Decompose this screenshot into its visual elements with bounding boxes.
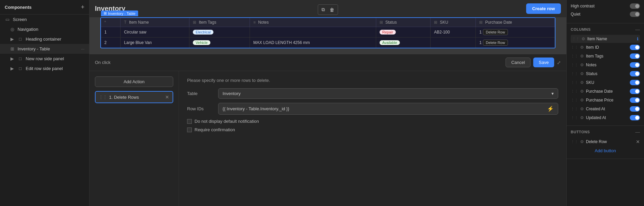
button-item-label: Delete Row <box>586 139 634 144</box>
cell-sku <box>431 38 476 48</box>
drag-handle-icon: ⋮⋮ <box>571 140 578 144</box>
column-item-item-id[interactable]: ⋮⋮ ⚙ Item ID <box>571 43 640 52</box>
sidebar-item-edit-row-panel[interactable]: ▶ □ Edit row side panel <box>0 64 89 73</box>
require-confirmation-checkbox[interactable] <box>187 128 192 132</box>
button-item-delete-row[interactable]: ⋮⋮ ⚙ Delete Row ✕ <box>571 137 640 146</box>
config-rowids-label: Row IDs <box>187 106 214 111</box>
expand-button[interactable]: ⤢ <box>557 58 561 67</box>
gear-icon[interactable]: ⚙ <box>580 115 584 120</box>
column-item-purchase-price[interactable]: ⋮⋮ ⚙ Purchase Price <box>571 96 640 105</box>
sidebar-item-label: Heading container <box>26 37 84 42</box>
sidebar-item-navigation[interactable]: ◎ Navigation <box>0 24 89 34</box>
column-item-notes[interactable]: ⋮⋮ ⚙ Notes <box>571 61 640 69</box>
gear-icon[interactable]: ⚙ <box>580 54 584 59</box>
high-contrast-row: High contrast <box>571 3 640 9</box>
column-toggle-purchase-date[interactable] <box>630 89 640 94</box>
cell-itemname: Circular saw <box>121 27 189 38</box>
action-panel-body: Add Action ⋮⋮ 1. Delete Rows ✕ Please sp… <box>89 71 566 206</box>
gear-icon[interactable]: ⚙ <box>580 71 584 76</box>
cell-notes: MAX LOAD LENGTH 4256 mm <box>250 38 376 48</box>
column-item-item-name[interactable]: ⋮⋮ ⚙ Item Name ℹ <box>571 35 640 43</box>
add-button-button[interactable]: Add button <box>571 146 640 155</box>
panel-icon: □ <box>18 66 23 71</box>
sidebar-item-new-row-panel[interactable]: ▶ □ New row side panel <box>0 54 89 64</box>
more-options-icon[interactable]: ··· <box>81 47 84 51</box>
column-toggle-created-at[interactable] <box>630 106 640 112</box>
cancel-button[interactable]: Cancel <box>506 58 531 67</box>
right-top-section: High contrast Quiet <box>567 0 644 23</box>
config-table-row: Table Inventory ▾ <box>187 88 558 99</box>
create-row-button[interactable]: Create row <box>526 3 561 14</box>
column-item-item-tags[interactable]: ⋮⋮ ⚙ Item Tags <box>571 52 640 61</box>
container-icon: □ <box>18 37 23 42</box>
cell-notes <box>250 27 376 38</box>
save-button[interactable]: Save <box>533 58 554 67</box>
sidebar-item-label: Screen <box>13 17 84 22</box>
column-toggle-item-id[interactable] <box>630 45 640 50</box>
gear-icon[interactable]: ⚙ <box>580 80 584 85</box>
cell-rownum: 2 <box>101 38 121 48</box>
column-item-created-at[interactable]: ⋮⋮ ⚙ Created At <box>571 105 640 113</box>
config-rowids-input[interactable]: {{ Inventory - Table.Inventory._id }} ⚡ <box>218 103 558 115</box>
buttons-collapse-button[interactable]: — <box>635 129 640 135</box>
column-toggle-notes[interactable] <box>630 62 640 68</box>
column-item-status[interactable]: ⋮⋮ ⚙ Status <box>571 69 640 78</box>
cell-status: Available <box>376 38 431 48</box>
action-top-right: Cancel Save ⤢ <box>506 58 561 67</box>
action-item-close-button[interactable]: ✕ <box>165 94 169 100</box>
columns-collapse-button[interactable]: — <box>635 27 640 32</box>
column-toggle-status[interactable] <box>630 71 640 76</box>
col-header-status: ⊞ Status <box>376 18 431 27</box>
column-toggle-item-tags[interactable] <box>630 53 640 59</box>
info-icon[interactable]: ℹ <box>637 37 639 41</box>
gear-icon[interactable]: ⚙ <box>580 139 584 144</box>
column-toggle-purchase-price[interactable] <box>630 97 640 103</box>
table-tag: ⊞ Inventory - Table <box>101 10 138 16</box>
config-table-select[interactable]: Inventory ▾ <box>218 88 558 99</box>
expand-icon: ▶ <box>9 37 15 42</box>
sidebar-item-inventory-table[interactable]: ⊞ Inventory - Table ··· <box>0 44 89 54</box>
screen-icon: ▭ <box>5 17 10 22</box>
gear-icon[interactable]: ⚙ <box>580 89 584 94</box>
main-content: Inventory Create row ⧉ 🗑 ⊞ Inventory - T… <box>89 0 566 206</box>
gear-icon[interactable]: ⚙ <box>580 107 584 111</box>
column-label: Created At <box>586 107 628 111</box>
cell-purchasedate: 1 Delete Row <box>476 38 555 48</box>
columns-section-title: COLUMNS <box>571 27 591 31</box>
gear-icon[interactable]: ⚙ <box>580 98 584 102</box>
column-item-updated-at[interactable]: ⋮⋮ ⚙ Updated At <box>571 113 640 122</box>
config-rowids-row: Row IDs {{ Inventory - Table.Inventory._… <box>187 103 558 115</box>
delete-icon[interactable]: 🗑 <box>328 6 336 13</box>
delete-row-button-2[interactable]: Delete Row <box>483 40 508 46</box>
sidebar-title: Components <box>5 5 31 10</box>
column-label: Purchase Price <box>586 98 628 102</box>
col-header-rownum: * <box>101 18 121 27</box>
column-toggle-updated-at[interactable] <box>630 115 640 120</box>
sidebar-item-screen[interactable]: ▭ Screen <box>0 15 89 24</box>
delete-row-button-1[interactable]: Delete Row <box>483 29 508 35</box>
drag-handle-icon: ⋮⋮ <box>571 45 578 50</box>
column-toggle-sku[interactable] <box>630 80 640 85</box>
table-toolbar: ⧉ 🗑 <box>318 4 338 15</box>
gear-icon[interactable]: ⚙ <box>580 63 584 67</box>
add-component-button[interactable]: + <box>81 4 84 10</box>
column-label: SKU <box>586 80 628 85</box>
quiet-toggle[interactable] <box>630 12 640 17</box>
on-click-label: On click <box>95 60 110 65</box>
gear-icon[interactable]: ⚙ <box>582 37 585 41</box>
column-label: Item Tags <box>586 54 628 59</box>
gear-icon[interactable]: ⚙ <box>580 45 584 50</box>
column-item-sku[interactable]: ⋮⋮ ⚙ SKU <box>571 78 640 87</box>
preview-area: Inventory Create row ⧉ 🗑 ⊞ Inventory - T… <box>89 0 566 54</box>
column-item-purchase-date[interactable]: ⋮⋮ ⚙ Purchase Date <box>571 87 640 96</box>
copy-icon[interactable]: ⧉ <box>320 6 326 13</box>
high-contrast-toggle[interactable] <box>630 3 640 9</box>
lightning-icon[interactable]: ⚡ <box>547 106 554 112</box>
cell-status: Repair <box>376 27 431 38</box>
button-item-close-button[interactable]: ✕ <box>636 139 640 144</box>
action-item-left: ⋮⋮ 1. Delete Rows <box>99 95 139 100</box>
sidebar-item-heading-container[interactable]: ▶ □ Heading container <box>0 34 89 44</box>
no-default-notification-checkbox[interactable] <box>187 119 192 124</box>
add-action-button[interactable]: Add Action <box>95 76 173 87</box>
action-item-delete-rows[interactable]: ⋮⋮ 1. Delete Rows ✕ <box>95 91 173 103</box>
